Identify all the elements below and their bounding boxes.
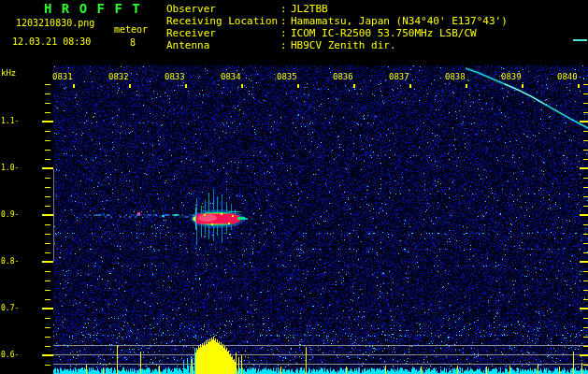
station-info: Observer:JL2TBBReceiving Location:Hamama… <box>166 3 508 51</box>
time-tick-label: 0838 <box>445 72 467 81</box>
time-tick-label: 0833 <box>165 72 187 81</box>
info-value: ICOM IC-R2500 53.750MHz LSB/CW <box>291 27 477 39</box>
info-colon: : <box>280 3 291 15</box>
capture-filename: 1203210830.png <box>16 18 94 28</box>
freq-axis-unit: kHz <box>1 68 16 78</box>
time-tick-label: 0831 <box>52 72 75 81</box>
freq-tick-label: 1.1- <box>1 117 19 125</box>
info-label: Receiver <box>166 27 280 39</box>
mode-label: meteor <box>114 24 148 35</box>
info-label: Observer <box>166 3 280 15</box>
freq-tick-label: 1.0- <box>1 164 19 172</box>
info-value: Hamamatsu, Japan (N34°40' E137°43') <box>291 15 508 27</box>
info-row: Observer:JL2TBB <box>166 3 508 15</box>
freq-tick-label: 0.7- <box>1 304 19 312</box>
info-row: Antenna:HB9CV Zenith dir. <box>166 39 508 51</box>
info-row: Receiver:ICOM IC-R2500 53.750MHz LSB/CW <box>166 27 508 39</box>
time-tick-label: 0834 <box>221 72 243 81</box>
info-label: Receiving Location <box>166 15 280 27</box>
time-tick-label: 0836 <box>333 72 355 81</box>
info-value: HB9CV Zenith dir. <box>291 39 396 51</box>
capture-datetime: 12.03.21 08:30 <box>12 36 91 47</box>
app-title: H R O F F T <box>44 1 141 16</box>
freq-tick-label: 0.6- <box>1 351 19 359</box>
info-row: Receiving Location:Hamamatsu, Japan (N34… <box>166 15 508 27</box>
info-colon: : <box>280 39 291 51</box>
info-label: Antenna <box>166 39 280 51</box>
time-tick-label: 0835 <box>277 72 299 81</box>
info-value: JL2TBB <box>291 3 328 15</box>
time-tick-label: 0832 <box>108 72 131 81</box>
hrofft-screen: H R O F F T 1203210830.png meteor 12.03.… <box>0 0 588 374</box>
freq-tick-label: 0.8- <box>1 257 19 266</box>
spectrogram-canvas <box>0 0 588 374</box>
echo-count: 8 <box>130 37 136 48</box>
info-colon: : <box>280 15 291 27</box>
time-tick-label: 0839 <box>501 72 523 81</box>
info-colon: : <box>280 27 291 39</box>
freq-tick-label: 0.9- <box>1 210 19 219</box>
time-tick-label: 0837 <box>389 72 411 81</box>
time-tick-label: 0840 <box>557 72 580 81</box>
